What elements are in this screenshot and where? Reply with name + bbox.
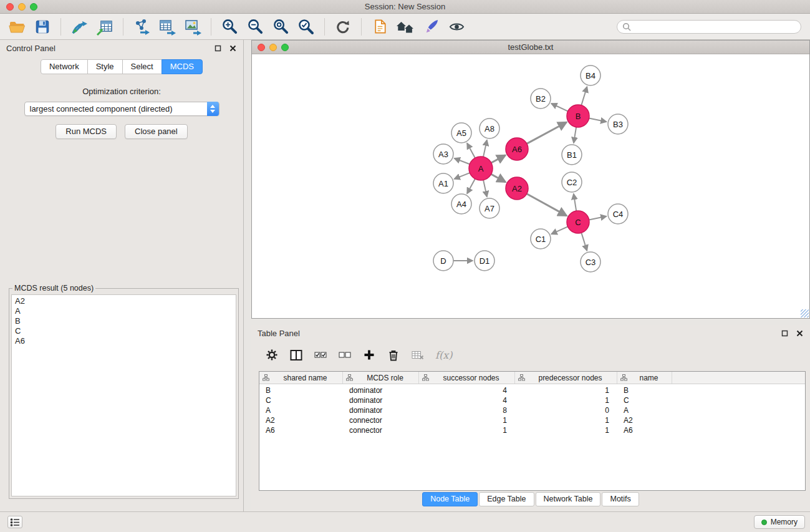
graph-node-A3[interactable]: A3 (433, 144, 453, 164)
table-row[interactable]: Cdominator41C (259, 395, 805, 405)
zoom-fit-button[interactable] (270, 16, 291, 38)
graph-edge-A-A1[interactable] (455, 173, 470, 179)
result-item[interactable]: A (15, 306, 233, 316)
float-panel-button[interactable] (213, 44, 222, 52)
table-row[interactable]: A2connector11A2 (259, 415, 805, 425)
graph-edge-A-A7[interactable] (483, 180, 487, 197)
zoom-in-button[interactable] (219, 16, 240, 38)
search-input[interactable] (634, 22, 796, 31)
graph-node-B3[interactable]: B3 (608, 114, 628, 134)
network-window-titlebar[interactable]: testGlobe.txt (252, 41, 809, 54)
result-item[interactable]: A2 (15, 296, 233, 306)
graph-edge-C-C1[interactable] (551, 226, 567, 234)
select-all-button[interactable] (314, 348, 327, 362)
export-network-button[interactable] (131, 16, 152, 38)
graph-edge-A-A8[interactable] (483, 140, 487, 157)
add-column-button[interactable] (362, 348, 376, 362)
graph-node-C1[interactable]: C1 (531, 229, 551, 249)
memory-button[interactable]: Memory (754, 515, 805, 529)
graph-edge-B-B3[interactable] (589, 118, 607, 122)
graph-node-C3[interactable]: C3 (581, 252, 600, 272)
result-item[interactable]: A6 (15, 336, 233, 346)
graph-node-A[interactable]: A (469, 157, 493, 180)
deselect-all-button[interactable] (338, 348, 352, 362)
export-table-button[interactable] (157, 16, 178, 38)
show-panels-button[interactable] (7, 516, 22, 528)
zoom-network-window-button[interactable] (281, 44, 289, 51)
graph-node-B1[interactable]: B1 (562, 145, 582, 165)
tab-mcds[interactable]: MCDS (162, 59, 203, 74)
graph-node-A1[interactable]: A1 (433, 173, 453, 193)
graph-node-A4[interactable]: A4 (451, 194, 471, 214)
tab-node-table[interactable]: Node Table (422, 492, 478, 506)
close-panel-button-2[interactable]: Close panel (125, 124, 188, 139)
import-network-button[interactable] (69, 16, 90, 38)
graph-edge-A-A6[interactable] (491, 155, 506, 163)
graph-node-C2[interactable]: C2 (562, 172, 582, 192)
function-builder-button[interactable]: f(x) (435, 349, 452, 361)
graph-edge-C-C2[interactable] (574, 194, 576, 211)
session-report-button[interactable] (369, 16, 390, 38)
table-row[interactable]: Bdominator41B (259, 385, 805, 395)
graph-edge-B-B4[interactable] (581, 87, 587, 105)
home-button[interactable] (395, 16, 416, 38)
graph-node-A8[interactable]: A8 (480, 118, 499, 138)
column-header-name[interactable]: name (617, 372, 672, 384)
tab-network-table[interactable]: Network Table (536, 492, 601, 506)
show-columns-button[interactable] (289, 348, 303, 362)
style-brush-button[interactable] (420, 16, 441, 38)
column-header-shared-name[interactable]: shared name (259, 372, 343, 384)
import-table-button[interactable] (94, 16, 115, 38)
run-mcds-button[interactable]: Run MCDS (55, 124, 117, 139)
column-header-successor-nodes[interactable]: successor nodes (419, 372, 515, 384)
graph-edge-A6-B[interactable] (527, 122, 567, 143)
graph-edge-A-A3[interactable] (455, 158, 470, 164)
table-row[interactable]: Adominator80A (259, 405, 805, 415)
graph-edge-B-B1[interactable] (574, 127, 576, 143)
open-session-button[interactable] (6, 16, 27, 38)
graph-node-B2[interactable]: B2 (531, 89, 551, 109)
export-image-button[interactable] (182, 16, 203, 38)
graph-node-A5[interactable]: A5 (451, 123, 471, 143)
graph-edge-B-B2[interactable] (551, 104, 568, 111)
graph-edge-C-C4[interactable] (589, 216, 607, 220)
tab-style[interactable]: Style (87, 59, 123, 74)
graph-node-D[interactable]: D (433, 251, 453, 271)
show-hide-button[interactable] (446, 16, 467, 38)
graph-edge-A-A5[interactable] (467, 143, 475, 158)
graph-node-B4[interactable]: B4 (581, 65, 600, 85)
tab-motifs[interactable]: Motifs (602, 492, 639, 506)
close-panel-button[interactable] (228, 44, 237, 52)
criterion-dropdown[interactable]: largest connected component (directed) (24, 102, 219, 116)
save-session-button[interactable] (32, 16, 53, 38)
zoom-selected-button[interactable] (296, 16, 317, 38)
refresh-layout-button[interactable] (332, 16, 354, 38)
delete-column-button[interactable] (387, 348, 400, 362)
close-table-panel-button[interactable] (795, 329, 804, 337)
tab-network[interactable]: Network (41, 59, 88, 74)
graph-node-A6[interactable]: A6 (506, 138, 528, 160)
close-network-window-button[interactable] (258, 44, 265, 51)
graph-node-B[interactable]: B (567, 105, 589, 127)
table-row[interactable]: A6connector11A6 (259, 425, 805, 435)
graph-edge-A-A4[interactable] (467, 179, 475, 194)
minimize-network-window-button[interactable] (269, 44, 277, 51)
graph-node-A2[interactable]: A2 (506, 177, 528, 200)
column-header-mcds-role[interactable]: MCDS role (343, 372, 419, 384)
zoom-out-button[interactable] (244, 16, 266, 38)
graph-node-C4[interactable]: C4 (608, 204, 628, 224)
table-settings-button[interactable] (265, 348, 279, 362)
tab-edge-table[interactable]: Edge Table (479, 492, 534, 506)
graph-edge-C-C3[interactable] (581, 233, 587, 251)
graph-node-A7[interactable]: A7 (480, 198, 499, 218)
tab-select[interactable]: Select (122, 59, 162, 74)
delete-table-button[interactable] (411, 348, 425, 362)
float-table-panel-button[interactable] (780, 329, 789, 337)
graph-edge-A-A2[interactable] (491, 174, 506, 182)
graph-node-C[interactable]: C (567, 211, 589, 233)
graph-edge-A2-C[interactable] (527, 194, 567, 216)
result-item[interactable]: C (15, 326, 233, 336)
result-item[interactable]: B (15, 316, 233, 326)
window-resize-grip[interactable] (801, 309, 809, 317)
graph-node-D1[interactable]: D1 (475, 251, 494, 271)
